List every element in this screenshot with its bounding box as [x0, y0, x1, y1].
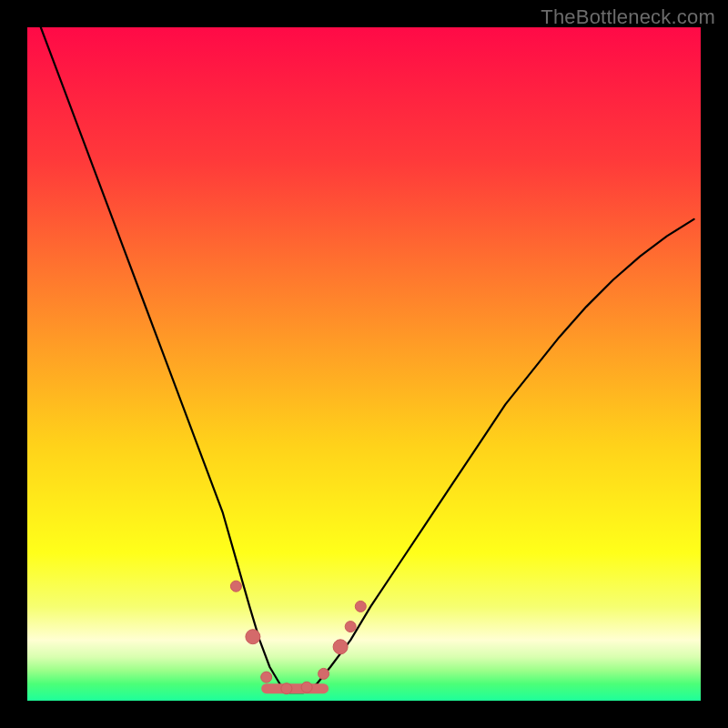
chart-outer-frame: TheBottleneck.com: [0, 0, 728, 728]
highlight-marker: [318, 668, 329, 679]
gradient-background: [27, 27, 701, 701]
highlight-marker: [333, 640, 348, 654]
highlight-marker: [345, 622, 356, 632]
watermark-text: TheBottleneck.com: [541, 5, 715, 29]
plot-area: [27, 27, 701, 701]
highlight-marker: [281, 683, 292, 694]
highlight-marker: [230, 581, 241, 592]
highlight-marker: [301, 682, 312, 693]
bottleneck-chart: [27, 27, 701, 701]
highlight-marker: [246, 630, 260, 644]
highlight-marker: [355, 601, 366, 612]
highlight-marker: [261, 672, 272, 682]
